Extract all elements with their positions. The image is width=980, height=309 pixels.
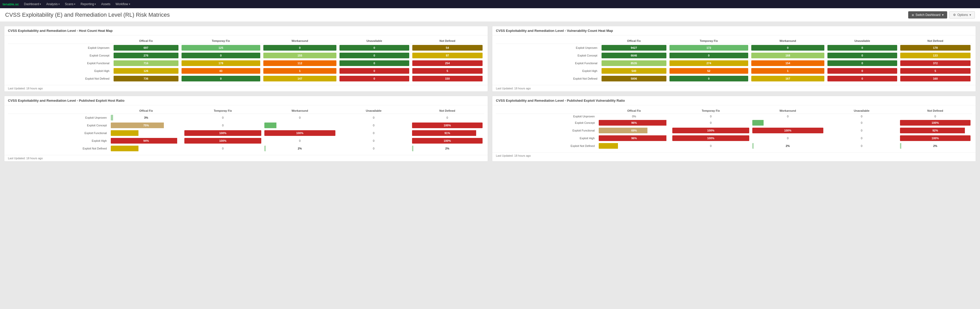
ratio-cell-container[interactable]: 0: [825, 134, 899, 142]
heat-cell-container[interactable]: 716: [112, 59, 180, 67]
ratio-cell-container[interactable]: 96%: [597, 134, 671, 142]
ratio-cell-container[interactable]: 100%: [671, 134, 751, 142]
ratio-cell-container[interactable]: 0: [183, 114, 262, 122]
heat-cell-container[interactable]: 274: [668, 59, 750, 67]
nav-assets[interactable]: Assets: [99, 0, 112, 8]
nav-reporting[interactable]: Reporting ▾: [78, 0, 98, 8]
ratio-cell-container[interactable]: 0: [751, 134, 825, 142]
ratio-cell-container[interactable]: 0: [263, 114, 337, 122]
nav-analysis[interactable]: Analysis ▾: [44, 0, 62, 8]
heat-cell-container[interactable]: 0: [262, 44, 338, 52]
ratio-cell-container[interactable]: 0: [183, 145, 262, 152]
ratio-cell-container[interactable]: 100%: [263, 129, 337, 137]
ratio-cell-container[interactable]: 100%: [899, 134, 972, 142]
heat-cell-container[interactable]: 0: [826, 59, 899, 67]
ratio-cell-container[interactable]: 2%: [751, 142, 825, 150]
heat-cell-container[interactable]: 0: [338, 44, 411, 52]
heat-cell-container[interactable]: 178: [180, 59, 262, 67]
ratio-cell-container[interactable]: 100%: [671, 126, 751, 134]
heat-cell-container[interactable]: 0: [826, 67, 899, 75]
heat-cell-container[interactable]: 0: [338, 52, 411, 59]
heat-cell-container[interactable]: 112: [262, 59, 338, 67]
heat-cell-container[interactable]: 0: [338, 75, 411, 82]
ratio-cell-container[interactable]: 27%: [597, 142, 671, 150]
heat-cell-container[interactable]: 97: [411, 52, 484, 59]
ratio-cell-container[interactable]: 0: [751, 114, 825, 119]
heat-cell-container[interactable]: 43: [180, 67, 262, 75]
ratio-cell-container[interactable]: 2%: [899, 142, 972, 150]
ratio-cell-container[interactable]: 75%: [109, 122, 183, 129]
heat-cell-container[interactable]: 254: [411, 59, 484, 67]
ratio-cell-container[interactable]: 0: [825, 126, 899, 134]
heat-cell-container[interactable]: 0: [180, 52, 262, 59]
switch-dashboard-button[interactable]: ⊞ Switch Dashboard ▾: [908, 11, 947, 19]
heat-cell-container[interactable]: 133: [899, 52, 972, 59]
heat-cell-container[interactable]: 172: [668, 44, 750, 52]
ratio-cell-container[interactable]: 0: [671, 142, 751, 150]
heat-cell-container[interactable]: 0: [826, 75, 899, 82]
heat-cell-container[interactable]: 540: [600, 67, 668, 75]
ratio-cell-container[interactable]: 100%: [410, 122, 484, 129]
heat-cell-container[interactable]: 168: [750, 52, 826, 59]
ratio-cell-container[interactable]: 39%: [109, 145, 183, 152]
heat-cell-container[interactable]: 736: [112, 75, 180, 82]
ratio-cell-container[interactable]: 0: [337, 129, 410, 137]
heat-cell-container[interactable]: 0: [338, 59, 411, 67]
heat-cell-container[interactable]: 372: [899, 59, 972, 67]
heat-cell-container[interactable]: 1: [262, 67, 338, 75]
ratio-cell-container[interactable]: 2%: [410, 145, 484, 152]
heat-cell-container[interactable]: 5: [411, 67, 484, 75]
heat-cell-container[interactable]: 54: [411, 44, 484, 52]
heat-cell-container[interactable]: 126: [112, 67, 180, 75]
ratio-cell-container[interactable]: 69%: [597, 126, 671, 134]
heat-cell-container[interactable]: 1: [750, 67, 826, 75]
heat-cell-container[interactable]: 52: [668, 67, 750, 75]
ratio-cell-container[interactable]: 100%: [183, 137, 262, 145]
ratio-cell-container[interactable]: 0: [263, 137, 337, 145]
heat-cell-container[interactable]: 154: [750, 59, 826, 67]
ratio-cell-container[interactable]: 100%: [183, 129, 262, 137]
heat-cell-container[interactable]: 0: [180, 75, 262, 82]
ratio-cell-container[interactable]: 2%: [263, 145, 337, 152]
heat-cell-container[interactable]: 9427: [600, 44, 668, 52]
ratio-cell-container[interactable]: 39%: [109, 129, 183, 137]
ratio-cell-container[interactable]: 0: [337, 114, 410, 122]
heat-cell-container[interactable]: 5806: [600, 75, 668, 82]
ratio-cell-container[interactable]: 96%: [597, 119, 671, 126]
ratio-cell-container[interactable]: 0: [183, 122, 262, 129]
heat-cell-container[interactable]: 0: [826, 44, 899, 52]
heat-cell-container[interactable]: 167: [750, 75, 826, 82]
ratio-cell-container[interactable]: 0: [825, 114, 899, 119]
heat-cell-container[interactable]: 155: [262, 52, 338, 59]
ratio-cell-container[interactable]: 92%: [899, 126, 972, 134]
heat-cell-container[interactable]: 0: [750, 44, 826, 52]
ratio-cell-container[interactable]: 91%: [410, 129, 484, 137]
nav-dashboard[interactable]: Dashboard ▾: [22, 0, 43, 8]
ratio-cell-container[interactable]: 94%: [109, 137, 183, 145]
ratio-cell-container[interactable]: 3%: [109, 114, 183, 122]
ratio-cell-container[interactable]: 100%: [899, 119, 972, 126]
heat-cell-container[interactable]: 147: [262, 75, 338, 82]
ratio-cell-container[interactable]: 0: [671, 119, 751, 126]
ratio-cell-container[interactable]: 0%: [597, 114, 671, 119]
ratio-cell-container[interactable]: 0: [410, 114, 484, 122]
ratio-cell-container[interactable]: 100%: [751, 126, 825, 134]
ratio-cell-container[interactable]: 0: [337, 122, 410, 129]
heat-cell-container[interactable]: 150: [411, 75, 484, 82]
ratio-cell-container[interactable]: 17%: [263, 122, 337, 129]
heat-cell-container[interactable]: 697: [112, 44, 180, 52]
heat-cell-container[interactable]: 6646: [600, 52, 668, 59]
heat-cell-container[interactable]: 0: [826, 52, 899, 59]
ratio-cell-container[interactable]: 0: [337, 137, 410, 145]
options-button[interactable]: ⚙ Options ▾: [949, 11, 975, 19]
heat-cell-container[interactable]: 5: [899, 67, 972, 75]
heat-cell-container[interactable]: 0: [338, 67, 411, 75]
ratio-cell-container[interactable]: 0: [825, 119, 899, 126]
heat-cell-container[interactable]: 276: [112, 52, 180, 59]
heat-cell-container[interactable]: 0: [668, 52, 750, 59]
ratio-cell-container[interactable]: 100%: [410, 137, 484, 145]
ratio-cell-container[interactable]: 0: [337, 145, 410, 152]
heat-cell-container[interactable]: 0: [668, 75, 750, 82]
heat-cell-container[interactable]: 8535: [600, 59, 668, 67]
ratio-cell-container[interactable]: 0: [899, 114, 972, 119]
